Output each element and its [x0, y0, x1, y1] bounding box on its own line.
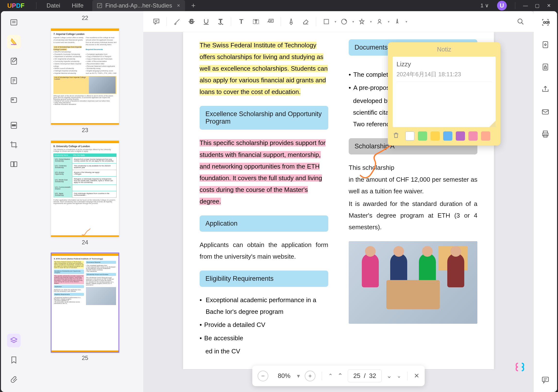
convert-icon[interactable]: [540, 39, 551, 51]
svg-rect-29: [324, 19, 329, 24]
tab-title: Find-and-Ap...her-Studies: [105, 2, 172, 9]
svg-text:T: T: [219, 18, 222, 24]
ai-assistant-icon[interactable]: [514, 361, 525, 373]
svg-rect-39: [543, 131, 548, 133]
svg-rect-37: [544, 67, 547, 69]
highlighted-text-pink[interactable]: This specific scholarship provides suppo…: [200, 139, 326, 205]
squiggly-icon[interactable]: T: [214, 15, 227, 28]
edit-tool-icon[interactable]: [7, 54, 21, 68]
attachment-icon[interactable]: [7, 373, 21, 386]
body-text: in the amount of CHF 12,000 per semester…: [349, 174, 477, 197]
prev-page-button[interactable]: ⌃: [338, 372, 343, 380]
sticker-dropdown[interactable]: ▾: [337, 15, 354, 28]
list-item: Exceptional academic performance in a Ba…: [200, 294, 328, 317]
svg-text:OCR: OCR: [543, 21, 550, 24]
compare-tool-icon[interactable]: [7, 157, 21, 171]
underline-icon[interactable]: [199, 15, 213, 28]
crop-tool-icon[interactable]: [7, 138, 21, 152]
shape-dropdown[interactable]: ▾: [320, 15, 336, 28]
sign-dropdown[interactable]: ▾: [391, 15, 407, 28]
svg-line-33: [522, 22, 523, 24]
list-item-cont: ed in the CV: [200, 345, 328, 357]
email-icon[interactable]: [540, 106, 551, 118]
bottom-nav-bar: − 80%▾ + ⌃ ⌃ 25 / 32 ⌄ ⌄ ✕: [252, 366, 425, 386]
zoom-in-button[interactable]: +: [305, 371, 315, 381]
svg-rect-12: [12, 125, 16, 126]
thumbnail-page-25[interactable]: 9. ETH Zurich (Swiss Federal Institute o…: [51, 253, 119, 353]
page-number-label: 23: [82, 127, 88, 134]
thumbnail-page-24[interactable]: 8. University College of London The foll…: [51, 140, 119, 237]
stamp-dropdown[interactable]: ▾: [355, 15, 372, 28]
first-page-button[interactable]: ⌃: [328, 373, 333, 379]
form-tool-icon[interactable]: [7, 93, 21, 107]
page-number-label: 24: [82, 239, 88, 246]
eraser-icon[interactable]: [299, 15, 313, 28]
thumbnail-page-23[interactable]: 7. Imperial College London Imperial Coll…: [51, 28, 119, 125]
protect-icon[interactable]: [540, 61, 551, 73]
strikethrough-icon[interactable]: S: [185, 15, 198, 28]
color-swatch-pink[interactable]: [468, 131, 478, 141]
zoom-level[interactable]: 80%: [273, 372, 295, 380]
close-nav-button[interactable]: ✕: [414, 372, 419, 380]
body-text: This scholarship: [349, 162, 477, 174]
layers-icon[interactable]: [7, 334, 21, 347]
zoom-out-button[interactable]: −: [258, 371, 268, 381]
print-icon[interactable]: [540, 128, 551, 140]
trash-icon[interactable]: [393, 132, 400, 140]
svg-rect-42: [542, 377, 549, 382]
svg-text:T: T: [239, 18, 243, 25]
minimize-button[interactable]: —: [520, 1, 531, 10]
share-icon[interactable]: [540, 84, 551, 95]
titlebar: UPDF Datei Hilfe Find-and-Ap...her-Studi…: [0, 0, 558, 11]
body-text: It is awarded for the standard duration …: [349, 198, 477, 233]
reader-mode-icon[interactable]: [7, 16, 21, 29]
note-icon[interactable]: [149, 15, 163, 28]
comments-panel-icon[interactable]: [540, 374, 551, 386]
redact-tool-icon[interactable]: [7, 119, 21, 132]
section-heading: Excellence Scholarship and Opportunity P…: [200, 106, 328, 130]
callout-icon[interactable]: [264, 15, 277, 28]
tab-close-icon[interactable]: ×: [177, 2, 180, 9]
annotation-toolbar: S T T T ▾ ▾ ▾ ▾ ▾: [143, 11, 534, 32]
svg-text:T: T: [255, 19, 257, 24]
svg-rect-0: [11, 20, 17, 25]
last-page-button[interactable]: ⌄: [397, 373, 401, 379]
note-body[interactable]: Lizzy 2024年6月14日 18:11:23: [393, 57, 496, 127]
color-swatch-yellow[interactable]: [430, 131, 440, 141]
user-avatar[interactable]: U: [497, 1, 507, 10]
note-title: Notiz: [388, 42, 500, 57]
comment-tool-icon[interactable]: [7, 35, 21, 49]
highlighted-text-yellow[interactable]: The Swiss Federal Institute of Technolog…: [200, 42, 328, 96]
search-icon[interactable]: [514, 15, 527, 28]
window-count[interactable]: 1 ∨: [480, 2, 489, 9]
bookmark-icon[interactable]: [7, 353, 21, 367]
tab-add-button[interactable]: +: [191, 1, 196, 10]
page-indicator[interactable]: 25 / 32: [348, 369, 382, 382]
menu-help[interactable]: Hilfe: [66, 2, 89, 9]
list-item: Provide a detailed CV: [200, 319, 328, 331]
sticky-note-popup[interactable]: Notiz Lizzy 2024年6月14日 18:11:23: [388, 42, 500, 146]
close-button[interactable]: ✕: [543, 1, 555, 10]
next-page-button[interactable]: ⌄: [387, 372, 392, 380]
tab-doc-icon: [97, 3, 102, 8]
textbox-icon[interactable]: T: [249, 15, 263, 28]
document-tab[interactable]: Find-and-Ap...her-Studies ×: [92, 0, 185, 11]
maximize-button[interactable]: ▢: [531, 1, 543, 10]
signature-dropdown[interactable]: ▾: [373, 15, 390, 28]
section-heading: Eligibility Requirements: [200, 270, 328, 287]
pencil-icon[interactable]: [284, 15, 298, 28]
color-swatch-blue[interactable]: [443, 131, 452, 141]
highlight-icon[interactable]: [170, 15, 184, 28]
text-icon[interactable]: T: [235, 15, 248, 28]
color-swatch-purple[interactable]: [456, 131, 465, 141]
color-swatch-white[interactable]: [405, 131, 415, 141]
menu-file[interactable]: Datei: [41, 2, 66, 9]
color-swatch-orange[interactable]: [481, 131, 490, 141]
color-swatch-green[interactable]: [418, 131, 427, 141]
left-sidebar: [1, 11, 27, 392]
svg-rect-10: [12, 99, 14, 100]
page-tool-icon[interactable]: [7, 74, 21, 87]
list-item: Be accessible: [200, 332, 328, 344]
right-sidebar: OCR: [534, 11, 557, 392]
ocr-icon[interactable]: OCR: [540, 17, 551, 28]
